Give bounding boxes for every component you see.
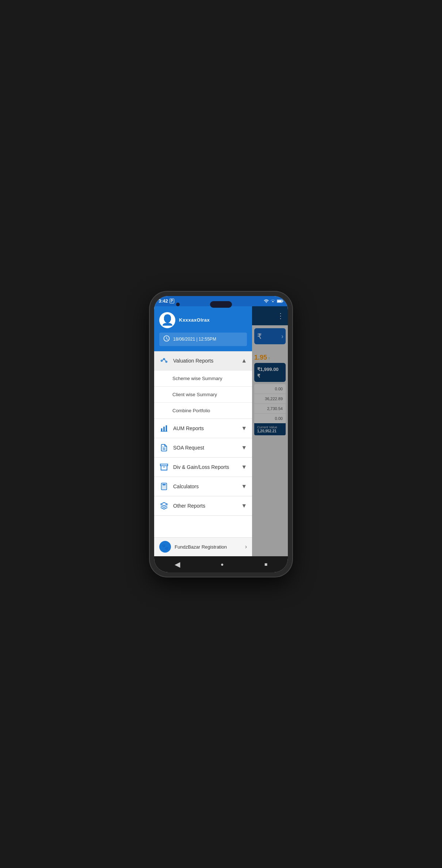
svg-point-19 xyxy=(162,488,163,488)
menu-item-calculators[interactable]: Calculators ▼ xyxy=(154,477,252,496)
status-time-area: 3:42 P xyxy=(159,298,174,304)
div-chevron: ▼ xyxy=(241,464,247,470)
scheme-wise-label: Scheme wise Summary xyxy=(172,376,222,381)
data-icon: P xyxy=(169,299,174,303)
svg-rect-6 xyxy=(161,428,163,431)
inbox-icon xyxy=(159,462,169,472)
svg-rect-1 xyxy=(277,300,282,302)
svg-rect-2 xyxy=(282,300,283,302)
combine-portfolio-label: Combine Portfolio xyxy=(172,408,210,413)
calculators-label: Calculators xyxy=(173,484,241,489)
bar-chart-icon xyxy=(159,424,169,433)
calc-icon xyxy=(159,482,169,491)
camera xyxy=(176,303,180,306)
home-button[interactable]: ● xyxy=(218,558,226,570)
svg-point-21 xyxy=(165,488,166,488)
submenu-client-wise[interactable]: Client wise Summary xyxy=(154,386,252,402)
datetime-icon xyxy=(163,335,170,344)
other-reports-label: Other Reports xyxy=(173,503,241,509)
aum-reports-label: AUM Reports xyxy=(173,425,241,431)
svg-marker-22 xyxy=(161,502,167,505)
signal-icon xyxy=(270,299,275,304)
svg-point-17 xyxy=(164,486,164,487)
svg-point-20 xyxy=(164,488,164,488)
client-wise-label: Client wise Summary xyxy=(172,392,217,397)
clock: 3:42 xyxy=(159,298,168,304)
avatar: 👤 xyxy=(159,312,175,328)
status-icons xyxy=(264,299,283,304)
recent-button[interactable]: ■ xyxy=(262,558,270,570)
drawer-menu: Valuation Reports ▲ Scheme wise Summary … xyxy=(154,351,252,537)
svg-rect-7 xyxy=(163,427,165,431)
back-button[interactable]: ◀ xyxy=(172,557,183,572)
fundz-icon: 🐾 xyxy=(159,541,171,553)
avatar-icon: 👤 xyxy=(161,314,174,326)
footer-arrow: › xyxy=(245,543,247,550)
menu-item-aum-reports[interactable]: AUM Reports ▼ xyxy=(154,419,252,438)
valuation-reports-label: Valuation Reports xyxy=(173,358,241,364)
soa-chevron: ▼ xyxy=(241,444,247,451)
drawer-datetime: 18/06/2021 | 12:55PM xyxy=(159,333,247,346)
screen: 3:42 P xyxy=(154,296,288,572)
svg-point-16 xyxy=(162,486,163,487)
bottom-nav: ◀ ● ■ xyxy=(154,556,288,572)
svg-point-3 xyxy=(161,360,163,361)
datetime-text: 18/06/2021 | 12:55PM xyxy=(173,337,216,342)
svg-rect-8 xyxy=(166,425,167,431)
menu-item-other-reports[interactable]: Other Reports ▼ xyxy=(154,496,252,515)
phone-outer: 3:42 P xyxy=(150,292,292,577)
drawer-header: 👤 KxxxaxOlrax 18/06/2021 | 12:55PM xyxy=(154,306,252,351)
wifi-icon xyxy=(264,299,269,304)
div-gain-label: Div & Gain/Loss Reports xyxy=(173,464,241,470)
chart-icon xyxy=(159,356,169,365)
drawer-username: KxxxaxOlrax xyxy=(179,317,210,323)
submenu-scheme-wise[interactable]: Scheme wise Summary xyxy=(154,370,252,386)
svg-point-5 xyxy=(166,361,167,363)
drawer: 👤 KxxxaxOlrax 18/06/2021 | 12:55PM xyxy=(154,306,252,556)
speaker xyxy=(210,301,232,308)
main-area: 👤 KxxxaxOlrax 18/06/2021 | 12:55PM xyxy=(154,306,288,556)
menu-item-soa-request[interactable]: SOA Request ▼ xyxy=(154,438,252,457)
layers-icon xyxy=(159,501,169,511)
aum-chevron: ▼ xyxy=(241,425,247,432)
valuation-chevron: ▲ xyxy=(241,357,247,364)
calc-chevron: ▼ xyxy=(241,483,247,490)
svg-rect-15 xyxy=(162,484,165,485)
submenu-combine-portfolio[interactable]: Combine Portfolio xyxy=(154,402,252,418)
menu-item-valuation-reports[interactable]: Valuation Reports ▲ xyxy=(154,351,252,370)
drawer-user: 👤 KxxxaxOlrax xyxy=(159,312,247,328)
svg-point-18 xyxy=(165,486,166,487)
phone-screen: 3:42 P xyxy=(154,296,288,572)
footer-label: FundzBazar Registration xyxy=(175,544,245,550)
other-chevron: ▼ xyxy=(241,503,247,509)
svg-rect-12 xyxy=(160,464,168,466)
doc-icon xyxy=(159,443,169,452)
soa-request-label: SOA Request xyxy=(173,445,241,451)
drawer-footer[interactable]: 🐾 FundzBazar Registration › xyxy=(154,537,252,556)
battery-icon xyxy=(277,299,283,303)
menu-item-div-gain[interactable]: Div & Gain/Loss Reports ▼ xyxy=(154,458,252,477)
